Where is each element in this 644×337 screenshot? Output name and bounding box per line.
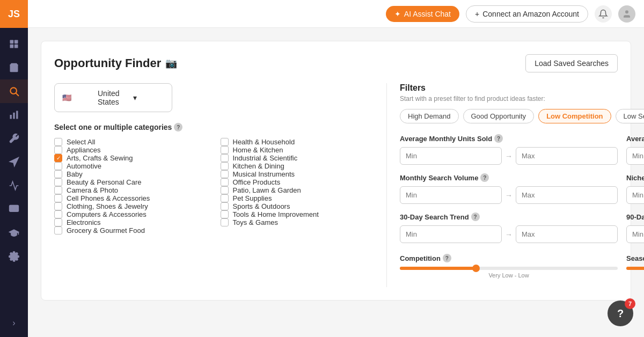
checkbox-health[interactable] [221, 138, 229, 146]
page-title: Opportunity Finder 📷 [54, 56, 177, 70]
category-item-patio[interactable]: Patio, Lawn & Garden [221, 186, 374, 194]
help-button[interactable]: ? 7 [608, 301, 633, 326]
category-label-kitchen-dining: Kitchen & Dining [233, 162, 284, 170]
sidebar-item-ads[interactable]: AD [0, 197, 28, 221]
category-item-industrial[interactable]: Industrial & Scientific [221, 154, 374, 162]
checkbox-arts-crafts[interactable] [54, 154, 62, 162]
category-item-clothing[interactable]: Clothing, Shoes & Jewelry [54, 202, 208, 210]
competition-range-text: Very Low - Low [400, 272, 618, 279]
chevron-down-icon: ▾ [133, 93, 164, 102]
avg-units-max-input[interactable] [516, 147, 618, 165]
checkbox-baby[interactable] [54, 170, 62, 178]
seasonality-slider-track[interactable] [626, 267, 644, 270]
category-item-beauty[interactable]: Beauty & Personal Care [54, 178, 208, 186]
category-item-electronics[interactable]: Electronics [54, 218, 208, 226]
category-item-baby[interactable]: Baby [54, 170, 208, 178]
category-item-select-all[interactable]: Select All [54, 138, 208, 146]
checkbox-clothing[interactable] [54, 202, 62, 210]
category-item-sports[interactable]: Sports & Outdoors [221, 202, 374, 210]
sidebar-item-settings[interactable] [0, 245, 28, 268]
sidebar-item-analytics[interactable] [0, 103, 28, 127]
filter-tag-high-demand[interactable]: High Demand [400, 109, 459, 123]
category-item-kitchen-dining[interactable]: Kitchen & Dining [221, 162, 374, 170]
ai-assist-button[interactable]: ✦ AI Assist Chat [386, 6, 459, 22]
checkbox-home-kitchen[interactable] [221, 146, 229, 154]
sidebar-item-campaigns[interactable] [0, 150, 28, 174]
sidebar-item-academy[interactable] [0, 221, 28, 245]
checkbox-sports[interactable] [221, 202, 229, 210]
search-vol-max-input[interactable] [516, 186, 618, 204]
trend30-help-icon[interactable]: ? [471, 213, 480, 221]
checkbox-beauty[interactable] [54, 178, 62, 186]
checkbox-automotive[interactable] [54, 162, 62, 170]
filter-tag-low-competition[interactable]: Low Competition [538, 109, 611, 123]
country-dropdown[interactable]: 🇺🇸 United States ▾ [54, 83, 172, 112]
monthly-search-volume-label: Monthly Search Volume ? [400, 173, 618, 182]
sidebar-item-dashboard[interactable] [0, 32, 28, 56]
avg-units-help-icon[interactable]: ? [494, 134, 503, 143]
checkbox-select-all[interactable] [54, 138, 62, 146]
checkbox-pet[interactable] [221, 194, 229, 202]
checkbox-grocery[interactable] [54, 226, 62, 235]
video-icon[interactable]: 📷 [165, 57, 177, 69]
filters-title: Filters [400, 83, 644, 93]
avg-price-min-input[interactable] [626, 147, 644, 165]
filter-tags: High DemandGood OpportunityLow Competiti… [400, 109, 644, 123]
checkbox-tools[interactable] [221, 210, 229, 218]
trend90-min-input[interactable] [626, 225, 644, 243]
category-item-pet[interactable]: Pet Supplies [221, 194, 374, 202]
avg-monthly-price-label: Average Monthly Price ? [626, 134, 644, 143]
category-item-arts-crafts[interactable]: Arts, Crafts & Sewing [54, 154, 208, 162]
checkbox-toys[interactable] [221, 218, 229, 226]
checkbox-camera[interactable] [54, 186, 62, 194]
filter-tag-good-opportunity[interactable]: Good Opportunity [463, 109, 535, 123]
checkbox-musical[interactable] [221, 170, 229, 178]
competition-help-icon[interactable]: ? [443, 254, 451, 262]
sidebar-item-search[interactable] [0, 79, 28, 103]
category-item-appliances[interactable]: Appliances [54, 146, 208, 154]
checkbox-electronics[interactable] [54, 218, 62, 226]
notifications-button[interactable] [595, 5, 612, 23]
avg-units-min-input[interactable] [400, 147, 502, 165]
filter-tag-low-seasonality[interactable]: Low Seasonality [616, 109, 644, 123]
checkbox-kitchen-dining[interactable] [221, 162, 229, 170]
checkbox-cell-phones[interactable] [54, 194, 62, 202]
category-item-automotive[interactable]: Automotive [54, 162, 208, 170]
category-item-office[interactable]: Office Products [221, 178, 374, 186]
sidebar-item-products[interactable] [0, 56, 28, 79]
search-vol-min-input[interactable] [400, 186, 502, 204]
category-item-home-kitchen[interactable]: Home & Kitchen [221, 146, 374, 154]
category-item-computers[interactable]: Computers & Accessories [54, 210, 208, 218]
checkbox-appliances[interactable] [54, 146, 62, 154]
checkbox-computers[interactable] [54, 210, 62, 218]
category-item-musical[interactable]: Musical Instruments [221, 170, 374, 178]
search-vol-help-icon[interactable]: ? [480, 173, 489, 182]
category-item-tools[interactable]: Tools & Home Improvement [221, 210, 374, 218]
user-avatar[interactable] [618, 5, 635, 23]
trend30-min-input[interactable] [400, 225, 502, 243]
sidebar-item-tools[interactable] [0, 127, 28, 150]
categories-help-icon[interactable]: ? [174, 123, 182, 131]
category-item-health[interactable]: Health & Household [221, 138, 374, 146]
seasonality-slider-group: Seasonality ? Very Low - Very High [626, 254, 644, 279]
category-item-toys[interactable]: Toys & Games [221, 218, 374, 226]
category-label-sports: Sports & Outdoors [233, 202, 290, 210]
trend30-max-input[interactable] [516, 225, 618, 243]
connect-amazon-button[interactable]: + Connect an Amazon Account [466, 5, 588, 23]
checkbox-patio[interactable] [221, 186, 229, 194]
svg-rect-9 [16, 111, 18, 119]
ai-icon: ✦ [394, 10, 401, 18]
avg-price-range: → [626, 147, 644, 165]
filters-subtitle: Start with a preset filter to find produ… [400, 95, 644, 102]
competition-slider-track[interactable] [400, 267, 618, 270]
sidebar-item-reporting[interactable] [0, 174, 28, 197]
load-saved-button[interactable]: Load Saved Searches [525, 54, 618, 72]
category-item-grocery[interactable]: Grocery & Gourmet Food [54, 226, 208, 235]
checkbox-office[interactable] [221, 178, 229, 186]
niche-min-input[interactable] [626, 186, 644, 204]
category-item-camera[interactable]: Camera & Photo [54, 186, 208, 194]
sidebar-expand-button[interactable]: › [0, 313, 28, 333]
checkbox-industrial[interactable] [221, 154, 229, 162]
category-item-cell-phones[interactable]: Cell Phones & Accessories [54, 194, 208, 202]
search-trend-30-label: 30-Day Search Trend ? [400, 213, 618, 221]
